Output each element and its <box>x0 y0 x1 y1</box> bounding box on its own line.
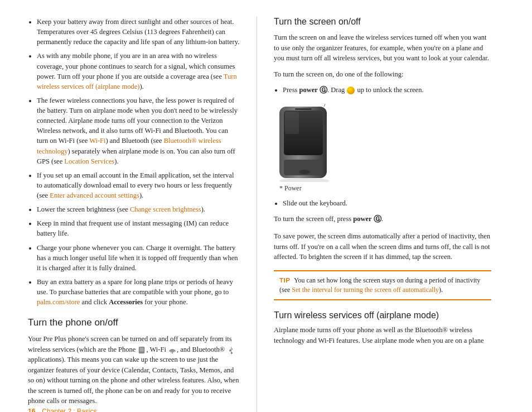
list-item: As with any mobile phone, if you are in … <box>37 51 240 92</box>
phone-image-container: * Power <box>274 104 491 193</box>
page-content: Keep your battery away from direct sunli… <box>0 0 532 412</box>
bullet-heat-text: Keep your battery away from direct sunli… <box>37 18 239 46</box>
bluetooth-link[interactable]: Bluetooth® wireless technology <box>37 137 221 155</box>
svg-rect-5 <box>285 112 299 134</box>
tip-body: You can set how long the screen stays on… <box>279 276 480 294</box>
phone-onoff-heading: Turn the phone on/off <box>28 317 240 328</box>
screen-onoff-body1: Turn the screen on and leave the wireles… <box>274 32 491 64</box>
phone-icon <box>138 346 146 354</box>
screen-off-text: To turn the screen off, press power Ⓖ. <box>274 214 491 226</box>
list-item: The fewer wireless connections you have,… <box>37 95 240 166</box>
bullet-wireless-text: The fewer wireless connections you have,… <box>37 97 238 165</box>
list-item: If you set up an email account in the Em… <box>37 170 240 200</box>
location-services-link[interactable]: Location Services <box>64 157 114 165</box>
screen-step-keyboard: Slide out the keyboard. <box>283 198 491 208</box>
screen-onoff-body2: To turn the screen on, do one of the fol… <box>274 69 491 80</box>
drag-circle-icon <box>347 87 355 94</box>
tip-box: TIP You can set how long the screen stay… <box>274 270 491 301</box>
svg-rect-1 <box>140 348 144 352</box>
bluetooth-icon <box>227 346 235 354</box>
g-icon: Ⓖ <box>320 85 327 96</box>
svg-rect-6 <box>295 108 312 110</box>
left-column: Keep your battery away from direct sunli… <box>0 17 257 412</box>
brightness-link[interactable]: Change screen brightness <box>130 205 201 213</box>
page-wrapper: Keep your battery away from direct sunli… <box>0 0 532 412</box>
wifi-link[interactable]: Wi-Fi <box>89 137 105 145</box>
screen-interval-link[interactable]: Set the interval for turning the screen … <box>292 286 439 294</box>
list-item: Keep your battery away from direct sunli… <box>37 17 240 47</box>
screen-step2-list: Slide out the keyboard. <box>274 198 491 208</box>
screen-onoff-heading: Turn the screen on/off <box>274 17 491 27</box>
svg-line-7 <box>324 104 325 107</box>
power-label: * Power <box>279 184 302 193</box>
svg-point-9 <box>299 170 310 174</box>
phone-image <box>274 104 335 182</box>
bullet-signal-text: As with any mobile phone, if you are in … <box>37 52 237 90</box>
g-icon2: Ⓖ <box>374 214 381 226</box>
screen-steps-list: Press power Ⓖ. Drag up to unlock the scr… <box>274 85 491 96</box>
chapter-label: Chapter 2 : Basics <box>42 408 96 412</box>
airplane-heading: Turn wireless services off (airplane mod… <box>274 310 491 320</box>
wifi-icon <box>168 346 176 354</box>
list-item: Charge your phone whenever you can. Char… <box>37 243 240 273</box>
turn-wireless-link[interactable]: Turn wireless services off (airplane mod… <box>37 73 237 90</box>
bullet-spare-text: Buy an extra battery as a spare for long… <box>37 278 233 306</box>
page-number: 16 <box>28 408 35 412</box>
palm-store-link[interactable]: palm.com/store <box>37 298 80 306</box>
bullet-charge-text: Charge your phone whenever you can. Char… <box>37 244 238 272</box>
svg-point-2 <box>279 178 330 182</box>
battery-tips-list: Keep your battery away from direct sunli… <box>28 17 240 307</box>
bullet-email-text: If you set up an email account in the Em… <box>37 171 234 199</box>
phone-onoff-body: Your Pre Plus phone's screen can be turn… <box>28 334 240 406</box>
list-item: Lower the screen brightness (see Change … <box>37 204 240 214</box>
screen-step-power: Press power Ⓖ. Drag up to unlock the scr… <box>283 85 491 96</box>
bullet-brightness-text: Lower the screen brightness (see Change … <box>37 205 205 213</box>
bullet-im-text: Keep in mind that frequent use of instan… <box>37 219 229 237</box>
page-footer: 16 Chapter 2 : Basics <box>0 408 532 412</box>
airplane-body: Airplane mode turns off your phone as we… <box>274 325 491 346</box>
list-item: Buy an extra battery as a spare for long… <box>37 277 240 307</box>
tip-label: TIP <box>279 277 290 284</box>
screen-dim-text: To save power, the screen dims automatic… <box>274 231 491 262</box>
email-settings-link[interactable]: Enter advanced account settings <box>50 191 139 199</box>
right-column: Turn the screen on/off Turn the screen o… <box>257 17 514 412</box>
list-item: Keep in mind that frequent use of instan… <box>37 218 240 238</box>
